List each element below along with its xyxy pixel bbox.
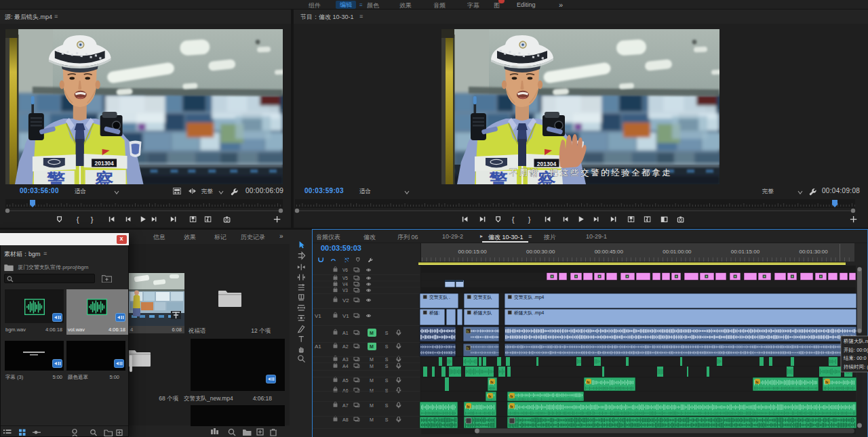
svg-text:V5: V5 xyxy=(342,276,348,280)
svg-text:M: M xyxy=(370,417,374,422)
svg-text:M: M xyxy=(370,403,374,408)
svg-text:S: S xyxy=(385,344,389,349)
svg-text:M: M xyxy=(370,331,374,335)
svg-text:持续时间: (: 持续时间: ( xyxy=(843,364,868,370)
svg-text:S: S xyxy=(385,357,389,362)
svg-text:00:00:15:00: 00:00:15:00 xyxy=(458,249,487,255)
svg-text:00:01:30:00: 00:01:30:00 xyxy=(799,249,828,255)
svg-text:A5: A5 xyxy=(342,378,349,383)
svg-text:V4: V4 xyxy=(342,282,348,287)
svg-text:A7: A7 xyxy=(342,403,349,408)
svg-text:M: M xyxy=(370,378,374,383)
svg-text:S: S xyxy=(385,364,389,369)
svg-text:M: M xyxy=(370,344,374,349)
svg-text:警: 警 xyxy=(46,170,65,184)
svg-text:A1: A1 xyxy=(342,331,349,335)
svg-text:00:00:30:00: 00:00:30:00 xyxy=(526,249,555,255)
svg-text:开始: 00:0(: 开始: 00:0( xyxy=(844,347,868,353)
svg-text:fx: fx xyxy=(755,380,759,384)
svg-text:S: S xyxy=(385,388,389,393)
svg-text:交警支队 .mp4: 交警支队 .mp4 xyxy=(514,295,544,300)
svg-text:fx: fx xyxy=(510,394,513,398)
svg-text:A4: A4 xyxy=(342,364,349,369)
svg-text:201304: 201304 xyxy=(95,160,115,167)
svg-text:00:03:59:03: 00:03:59:03 xyxy=(321,244,361,252)
svg-text:M: M xyxy=(370,357,374,362)
svg-text:A3: A3 xyxy=(342,357,349,362)
svg-text:V2: V2 xyxy=(342,297,349,304)
svg-text:M: M xyxy=(370,388,374,393)
svg-text:桥隧大队 .mp4: 桥隧大队 .mp4 xyxy=(513,310,544,316)
svg-text:}: } xyxy=(91,215,94,224)
svg-text:S: S xyxy=(385,331,389,335)
svg-text:V1: V1 xyxy=(315,313,321,319)
svg-text:察: 察 xyxy=(94,170,113,184)
svg-text:fx: fx xyxy=(490,380,494,384)
svg-text:V3: V3 xyxy=(342,288,348,293)
svg-text:警: 警 xyxy=(489,170,508,184)
svg-text:A2: A2 xyxy=(342,344,349,349)
svg-text:00:01:15:00: 00:01:15:00 xyxy=(731,249,760,255)
svg-text:桥隧大队: 桥隧大队 xyxy=(473,310,492,316)
svg-text:fx: fx xyxy=(587,380,590,384)
svg-text:A1: A1 xyxy=(315,344,321,350)
svg-text:{: { xyxy=(77,215,79,224)
svg-text:{: { xyxy=(512,215,515,224)
svg-text:S: S xyxy=(385,403,389,408)
svg-text:fx: fx xyxy=(825,380,829,384)
svg-text:不用谢，把这些交警的经验全都拿走: 不用谢，把这些交警的经验全都拿走 xyxy=(509,168,672,178)
svg-text:A6: A6 xyxy=(342,388,349,393)
svg-text:V6: V6 xyxy=(342,268,348,272)
svg-text:V1: V1 xyxy=(342,313,349,319)
svg-text:}: } xyxy=(528,215,531,224)
svg-text:A8: A8 xyxy=(342,417,349,422)
svg-text:201304: 201304 xyxy=(537,161,557,167)
svg-text:fx: fx xyxy=(510,404,513,409)
svg-text:00:01:00:00: 00:01:00:00 xyxy=(663,249,692,255)
svg-text:S: S xyxy=(385,417,389,422)
svg-text:fx: fx xyxy=(467,404,470,409)
svg-text:S: S xyxy=(385,378,389,383)
svg-text:fx: fx xyxy=(488,394,492,398)
svg-text:M: M xyxy=(370,364,374,369)
svg-text:桥隧:: 桥隧: xyxy=(429,310,440,316)
svg-text:交警支队: 交警支队 xyxy=(473,295,492,300)
svg-text:桥隧大队.n: 桥隧大队.n xyxy=(843,338,868,344)
svg-text:交警支队 .: 交警支队 . xyxy=(429,295,450,300)
svg-text:00:00:45:00: 00:00:45:00 xyxy=(595,249,624,255)
svg-text:结束: 00:0: 结束: 00:0 xyxy=(843,355,867,361)
